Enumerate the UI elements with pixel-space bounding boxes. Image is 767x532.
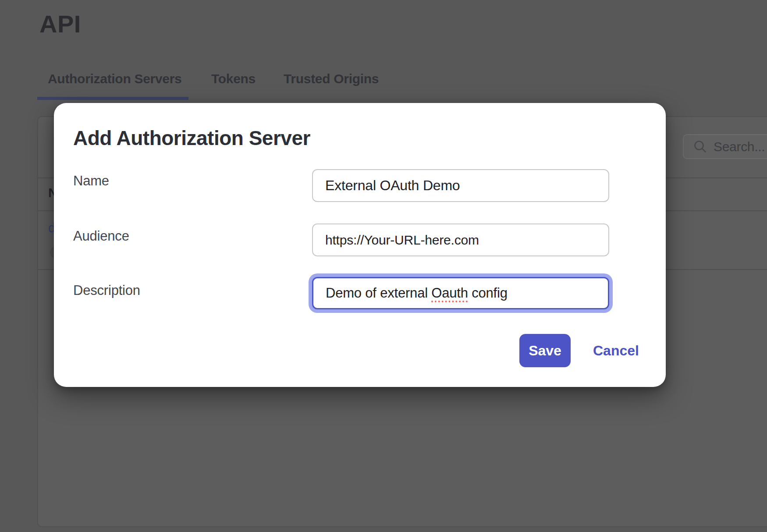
- name-input[interactable]: [312, 169, 609, 202]
- save-button[interactable]: Save: [519, 334, 571, 367]
- tab-authorization-servers[interactable]: Authorization Servers: [48, 71, 181, 86]
- description-text-before: Demo of external: [326, 285, 431, 301]
- modal-title: Add Authorization Server: [73, 126, 310, 150]
- search-box[interactable]: Search...: [683, 134, 767, 159]
- tab-tokens[interactable]: Tokens: [211, 71, 256, 86]
- description-text-after: config: [468, 285, 508, 301]
- search-placeholder: Search...: [714, 139, 765, 154]
- add-authorization-server-modal: Add Authorization Server Name Audience D…: [54, 103, 666, 387]
- description-text-misspelled: Oauth: [431, 285, 468, 301]
- description-input[interactable]: Demo of external Oauth config: [312, 277, 609, 309]
- audience-label: Audience: [73, 228, 129, 244]
- page-title: API: [39, 10, 81, 38]
- active-tab-underline: [37, 97, 188, 100]
- name-label: Name: [73, 173, 109, 189]
- search-icon: [693, 140, 707, 154]
- description-label: Description: [73, 283, 140, 298]
- tab-trusted-origins[interactable]: Trusted Origins: [284, 71, 379, 86]
- cancel-button[interactable]: Cancel: [593, 334, 639, 367]
- audience-input[interactable]: [312, 223, 609, 256]
- screen: API Authorization Servers Tokens Trusted…: [0, 0, 767, 532]
